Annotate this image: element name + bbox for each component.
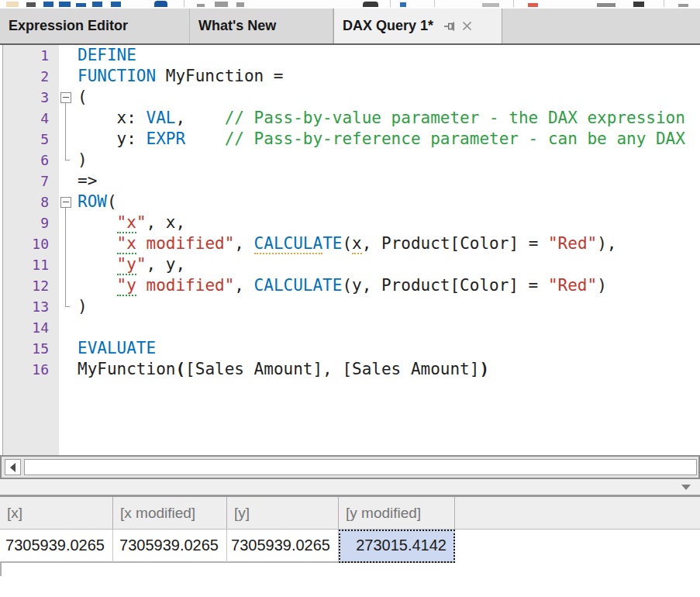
line-number: 9 (3, 212, 59, 233)
line-number: 1 (3, 45, 59, 66)
toolbar-icon-7[interactable] (111, 2, 121, 7)
fold-margin-cell (59, 254, 77, 275)
toolbar-separator-3 (434, 0, 435, 7)
toolbar-icon-4[interactable] (59, 2, 71, 7)
line-number: 11 (3, 254, 59, 275)
line-number: 6 (3, 150, 59, 171)
toolbar-icon-13[interactable] (400, 2, 406, 7)
toolbar-icon-17[interactable] (633, 2, 644, 7)
fold-margin-cell (59, 108, 77, 129)
tab-whats-new[interactable]: What's New (190, 9, 333, 43)
fold-margin-cell (59, 338, 77, 359)
toolbar (0, 0, 700, 9)
line-number: 4 (3, 108, 59, 129)
code-line-10[interactable]: "x modified", CALCULATE(x, Product[Color… (78, 233, 700, 254)
code-line-8[interactable]: ROW( (78, 192, 700, 212)
tab-bar-filler (502, 9, 700, 43)
code-line-3[interactable]: ( (78, 87, 700, 108)
fold-margin-cell (59, 150, 77, 171)
toolbar-icon-18[interactable] (678, 4, 688, 7)
fold-margin-cell (59, 275, 77, 296)
toolbar-icon-9[interactable] (197, 4, 205, 7)
column-header-x[interactable]: [x] (0, 497, 113, 529)
fold-collapse-box[interactable] (59, 87, 77, 108)
code-line-5[interactable]: y: EXPR // Pass-by-reference parameter -… (78, 129, 700, 150)
toolbar-icon-3[interactable] (43, 2, 53, 7)
pin-icon[interactable] (443, 20, 457, 33)
results-grid: [x][x modified][y][y modified] 7305939.0… (0, 495, 700, 563)
fold-margin-cell (59, 66, 77, 87)
fold-margin-cell (59, 317, 77, 338)
result-cell-1[interactable]: 7305939.0265 (113, 530, 227, 563)
code-line-9[interactable]: "x", x, (78, 212, 700, 233)
fold-margin-cell (59, 212, 77, 233)
line-number-gutter: 12345678910111213141516 (3, 45, 59, 455)
tab-label: What's New (198, 9, 276, 43)
fold-margin-cell (59, 359, 77, 380)
result-cell-2[interactable]: 7305939.0265 (227, 530, 339, 563)
toolbar-icon-1[interactable] (6, 2, 19, 7)
fold-margin-cell (59, 129, 77, 150)
toolbar-icon-10[interactable] (215, 2, 228, 7)
code-line-15[interactable]: EVALUATE (78, 338, 700, 359)
code-line-12[interactable]: "y modified", CALCULATE(y, Product[Color… (78, 275, 700, 296)
code-line-4[interactable]: x: VAL, // Pass-by-value parameter - the… (78, 108, 700, 129)
toolbar-icon-15[interactable] (528, 3, 538, 7)
chevron-down-icon[interactable] (681, 485, 691, 490)
line-number: 12 (3, 275, 59, 296)
tab-expression-editor[interactable]: Expression Editor (0, 9, 190, 43)
left-arrow-icon (10, 463, 16, 472)
code-area[interactable]: DEFINEFUNCTION MyFunction =( x: VAL, // … (78, 45, 700, 455)
row-filler (455, 530, 700, 563)
tab-bar: Expression Editor What's New DAX Query 1… (0, 9, 700, 45)
code-line-6[interactable]: ) (78, 150, 700, 171)
line-number: 15 (3, 338, 59, 359)
horizontal-scrollbar[interactable] (0, 455, 700, 479)
fold-minus-icon[interactable] (60, 197, 71, 208)
toolbar-icon-16[interactable] (597, 3, 616, 7)
code-line-16[interactable]: MyFunction([Sales Amount], [Sales Amount… (78, 359, 700, 380)
toolbar-icon-8[interactable] (154, 1, 167, 7)
fold-margin-cell (59, 45, 77, 66)
results-splitter[interactable] (0, 479, 700, 495)
dax-studio-window: Expression Editor What's New DAX Query 1… (0, 0, 700, 597)
results-data-row: 7305939.02657305939.02657305939.02652730… (0, 530, 700, 563)
fold-collapse-box[interactable] (59, 192, 77, 212)
toolbar-icon-14[interactable] (482, 3, 499, 7)
column-header-xmodified[interactable]: [x modified] (113, 497, 227, 529)
scroll-left-button[interactable] (5, 459, 21, 475)
line-number: 3 (3, 87, 59, 108)
line-number: 10 (3, 233, 59, 254)
line-number: 5 (3, 129, 59, 150)
toolbar-icon-5[interactable] (76, 3, 86, 7)
fold-margin-cell (59, 233, 77, 254)
scrollbar-thumb[interactable] (24, 459, 697, 475)
toolbar-icon-12[interactable] (363, 2, 378, 7)
close-icon[interactable] (461, 20, 473, 32)
toolbar-icon-6[interactable] (92, 2, 102, 7)
code-editor[interactable]: 12345678910111213141516 DEFINEFUNCTION M… (0, 45, 700, 455)
tab-label: Expression Editor (9, 9, 128, 43)
column-header-ymodified[interactable]: [y modified] (339, 497, 455, 529)
code-line-13[interactable]: ) (78, 296, 700, 317)
result-cell-3-selected[interactable]: 273015.4142 (339, 530, 455, 563)
fold-margin-cell (59, 171, 77, 192)
line-number: 13 (3, 296, 59, 317)
line-number: 16 (3, 359, 59, 380)
column-header-y[interactable]: [y] (227, 497, 339, 529)
result-cell-0[interactable]: 7305939.0265 (0, 530, 113, 563)
code-line-11[interactable]: "y", y, (78, 254, 700, 275)
tab-label: DAX Query 1* (343, 9, 433, 43)
line-number: 14 (3, 317, 59, 338)
code-line-2[interactable]: FUNCTION MyFunction = (78, 66, 700, 87)
code-line-1[interactable]: DEFINE (78, 45, 700, 66)
code-line-14[interactable] (78, 317, 700, 338)
toolbar-icon-2[interactable] (26, 2, 36, 7)
fold-margin[interactable] (59, 45, 77, 455)
code-line-7[interactable]: => (78, 171, 700, 192)
gutter-border (2, 45, 3, 455)
tab-dax-query-1[interactable]: DAX Query 1* (333, 9, 502, 43)
toolbar-icon-11[interactable] (236, 2, 244, 7)
toolbar-separator-2 (390, 0, 391, 7)
fold-minus-icon[interactable] (60, 92, 71, 103)
